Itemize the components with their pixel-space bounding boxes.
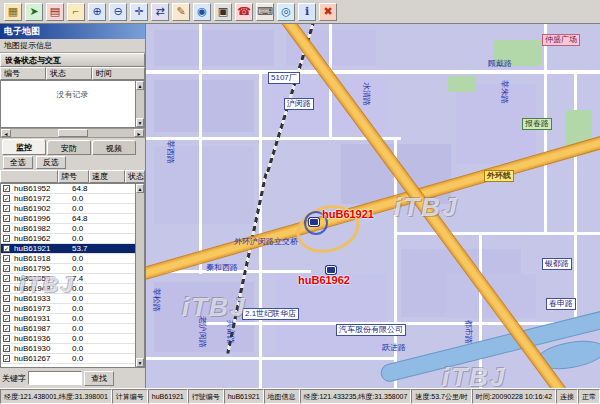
vehicle-plate: huB61931 xyxy=(14,314,72,323)
vehicle-row[interactable]: huB61795 0.0 xyxy=(1,264,135,274)
vehicle-checkbox-icon[interactable] xyxy=(3,305,10,312)
vehicle-checkbox-icon[interactable] xyxy=(3,195,10,202)
vehicle-checkbox-icon[interactable] xyxy=(3,285,10,292)
keyboard-icon[interactable]: ⌨ xyxy=(256,3,274,21)
vehicle-checkbox-icon[interactable] xyxy=(3,265,10,272)
vehicle-row[interactable]: huB61902 0.0 xyxy=(1,204,135,214)
vehicle-row[interactable]: huB61931 0.0 xyxy=(1,314,135,324)
vehicle-row[interactable]: huB61921 53.7 xyxy=(1,244,135,254)
street-road xyxy=(396,232,600,235)
scroll-left-icon[interactable]: ◄ xyxy=(1,129,11,137)
device-list-hscrollbar[interactable]: ◄ ► xyxy=(0,128,145,138)
street-road xyxy=(574,70,577,325)
vehicle-row[interactable]: huB61943 0.0 xyxy=(1,284,135,294)
vehicle-row[interactable]: huB61959 7.4 xyxy=(1,274,135,284)
device-table-header-cell[interactable]: 状态 xyxy=(46,67,92,80)
sidebar: 电子地图 地图提示信息 设备状态与交互 编号 状态 时间 没有记录 ▲ ▼ xyxy=(0,24,146,388)
globe-icon[interactable]: ◎ xyxy=(277,3,295,21)
vehicle-checkbox-icon[interactable] xyxy=(3,335,10,342)
vehicle-checkbox-icon[interactable] xyxy=(3,275,10,282)
vehicle-row[interactable]: huB61987 0.0 xyxy=(1,324,135,334)
vehicle-checkbox-icon[interactable] xyxy=(3,245,10,252)
vehicle-checkbox-icon[interactable] xyxy=(3,235,10,242)
vehicle-row[interactable]: huB61918 0.0 xyxy=(1,254,135,264)
vehicle-checkbox-icon[interactable] xyxy=(3,185,10,192)
vehicle-table-header-cell[interactable]: 状态 xyxy=(125,170,145,183)
device-list-scrollbar[interactable]: ▲ ▼ xyxy=(135,81,144,127)
vehicle-row[interactable]: huB61962 0.0 xyxy=(1,234,135,244)
vehicle-row[interactable]: huB61982 0.0 xyxy=(1,224,135,234)
invert-select-button[interactable]: 反选 xyxy=(36,156,66,169)
vehicle-row[interactable]: huB61996 64.8 xyxy=(1,214,135,224)
info-icon[interactable]: ℹ xyxy=(298,3,316,21)
select-all-button[interactable]: 全选 xyxy=(3,156,33,169)
scroll-right-icon[interactable]: ► xyxy=(134,129,144,137)
keyword-input[interactable] xyxy=(28,371,82,385)
toolbar-icon-glyph: ✖ xyxy=(323,6,332,17)
map-icon[interactable]: ▦ xyxy=(4,3,22,21)
scroll-down-icon[interactable]: ▼ xyxy=(136,358,144,367)
device-status-list[interactable]: 没有记录 ▲ ▼ xyxy=(0,80,145,128)
vehicle-checkbox-icon[interactable] xyxy=(3,315,10,322)
device-table-header-cell[interactable]: 时间 xyxy=(92,67,145,80)
monitor-icon[interactable]: ▣ xyxy=(214,3,232,21)
vehicle-checkbox-icon[interactable] xyxy=(3,355,10,362)
zoom-out-icon[interactable]: ⊖ xyxy=(109,3,127,21)
vehicle-row[interactable]: huB61972 0.0 xyxy=(1,194,135,204)
key-icon[interactable]: ⌐ xyxy=(67,3,85,21)
selection-row: 全选 反选 xyxy=(0,155,145,170)
phone-icon[interactable]: ☎ xyxy=(235,3,253,21)
vehicle-table-header-cell[interactable]: 牌号 xyxy=(58,170,89,183)
vehicle-plate: huB61795 xyxy=(14,264,72,273)
map-block xyxy=(456,84,536,164)
toolbar: ▦ ➤ ▤ ⌐ ⊕ ⊖ ✛ xyxy=(0,0,600,24)
zoom-in-icon[interactable]: ⊕ xyxy=(88,3,106,21)
vehicle-checkbox-icon[interactable] xyxy=(3,325,10,332)
map-canvas[interactable]: 沪闵路 5107厂 外环线 报春路 仲盛广场 银都路 2.1世纪联华店 汽车股份… xyxy=(146,24,600,388)
network-icon[interactable]: ◉ xyxy=(193,3,211,21)
tab-video[interactable]: 视频 xyxy=(92,140,136,155)
vehicle-row[interactable]: huB61933 0.0 xyxy=(1,294,135,304)
status-cell: huB61921 xyxy=(224,389,264,404)
map-panel-title: 电子地图 xyxy=(0,24,145,39)
edit-icon[interactable]: ✎ xyxy=(172,3,190,21)
vehicle-map-label[interactable]: huB61921 xyxy=(322,208,374,220)
vehicle-row[interactable]: huB61936 0.0 xyxy=(1,334,135,344)
vehicle-map-label[interactable]: huB61962 xyxy=(298,274,350,286)
vehicle-speed: 0.0 xyxy=(72,284,102,293)
select-arrow-icon[interactable]: ➤ xyxy=(25,3,43,21)
vehicle-checkbox-icon[interactable] xyxy=(3,225,10,232)
tab-security[interactable]: 安防 xyxy=(47,140,91,155)
vehicle-checkbox-icon[interactable] xyxy=(3,345,10,352)
vehicle-plate: huB61973 xyxy=(14,304,72,313)
scroll-up-icon[interactable]: ▲ xyxy=(136,184,144,193)
vehicle-plate: huB61936 xyxy=(14,334,72,343)
vehicle-plate: huB61921 xyxy=(14,244,72,253)
vehicle-checkbox-icon[interactable] xyxy=(3,205,10,212)
layers-icon[interactable]: ▤ xyxy=(46,3,64,21)
tab-monitor[interactable]: 监控 xyxy=(2,139,46,155)
vehicle-row[interactable]: huB61930 0.0 xyxy=(1,344,135,354)
keyword-label: 关键字 xyxy=(2,373,26,384)
vehicle-checkbox-icon[interactable] xyxy=(3,255,10,262)
device-table-header-cell[interactable]: 编号 xyxy=(0,67,46,80)
scroll-down-icon[interactable]: ▼ xyxy=(136,118,144,127)
vehicle-list: huB61952 64.8 huB61972 0.0 xyxy=(1,184,135,367)
hscroll-thumb[interactable] xyxy=(58,129,88,137)
status-cell: 地图信息 xyxy=(264,389,300,404)
vehicle-speed: 7.4 xyxy=(72,274,102,283)
map-tip-row[interactable]: 地图提示信息 xyxy=(0,39,145,53)
vehicle-row[interactable]: huB61267 0.0 xyxy=(1,354,135,364)
pan-icon[interactable]: ✛ xyxy=(130,3,148,21)
refresh-icon[interactable]: ⇄ xyxy=(151,3,169,21)
vehicle-checkbox-icon[interactable] xyxy=(3,295,10,302)
vehicle-checkbox-icon[interactable] xyxy=(3,215,10,222)
vehicle-list-scrollbar[interactable]: ▲ ▼ xyxy=(135,184,144,367)
vehicle-row[interactable]: huB61973 0.0 xyxy=(1,304,135,314)
vehicle-table-header-cell[interactable] xyxy=(0,170,58,183)
exit-icon[interactable]: ✖ xyxy=(319,3,337,21)
search-button[interactable]: 查找 xyxy=(84,371,114,386)
vehicle-row[interactable]: huB61952 64.8 xyxy=(1,184,135,194)
scroll-up-icon[interactable]: ▲ xyxy=(136,81,144,90)
vehicle-table-header-cell[interactable]: 速度 xyxy=(89,170,125,183)
